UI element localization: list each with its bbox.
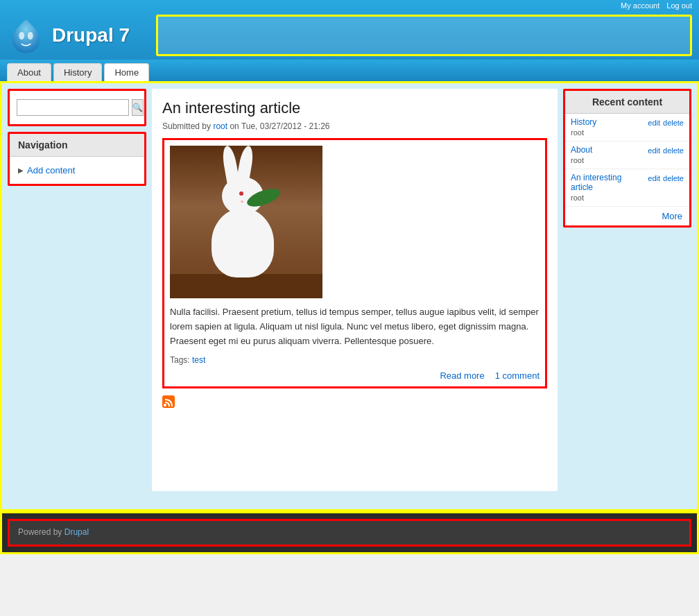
tags-label: Tags: <box>170 355 190 365</box>
article-meta: Submitted by root on Tue, 03/27/2012 - 2… <box>162 121 547 131</box>
article-delete-link[interactable]: delete <box>663 174 684 182</box>
recent-item-info: An interesting article root <box>571 173 645 203</box>
tab-history[interactable]: History <box>53 63 102 81</box>
article-tags: Tags: test <box>170 355 540 365</box>
header-banner <box>156 15 692 56</box>
recent-item-history-user: root <box>571 128 584 137</box>
svg-point-0 <box>19 32 24 40</box>
recent-item: An interesting article root edit delete <box>565 169 689 207</box>
recent-item-info: About root <box>571 145 645 165</box>
comment-count-link[interactable]: 1 comment <box>495 370 540 381</box>
search-form: 🔍 <box>17 99 137 116</box>
rabbit-body <box>212 208 274 277</box>
add-content-link[interactable]: Add content <box>27 165 75 176</box>
right-sidebar: Recent content History root edit delete <box>563 89 691 228</box>
footer-wrapper: Powered by Drupal <box>0 511 699 554</box>
article-footer: Read more 1 comment <box>170 370 540 381</box>
article-image: rabbit photo <box>170 146 322 298</box>
recent-item-article-link[interactable]: An interesting article <box>571 173 645 192</box>
footer-inner: Powered by Drupal <box>8 519 691 547</box>
svg-point-1 <box>28 32 33 40</box>
recent-item-info: History root <box>571 117 645 137</box>
nav-item: ▶ Add content <box>18 162 136 178</box>
site-title: Drupal 7 <box>52 24 130 46</box>
navigation-block-title: Navigation <box>10 134 144 157</box>
search-input[interactable] <box>17 99 129 116</box>
drupal-logo-icon <box>7 17 45 55</box>
content-grid: 🔍 Navigation ▶ Add content An interestin… <box>8 89 691 491</box>
left-sidebar: 🔍 Navigation ▶ Add content <box>8 89 146 186</box>
recent-item: History root edit delete <box>565 114 689 142</box>
search-block: 🔍 <box>8 89 146 126</box>
center-content: An interesting article Submitted by root… <box>152 89 558 491</box>
article-body: Nulla facilisi. Praesent pretium, tellus… <box>170 305 540 348</box>
article-inner: rabbit photo Nulla facilisi. Praesent pr… <box>162 138 547 388</box>
logo-area: Drupal 7 <box>7 17 146 55</box>
log-out-link[interactable]: Log out <box>666 1 692 10</box>
nav-tabs-bar: About History Home <box>0 60 699 81</box>
recent-content-block: Recent content History root edit delete <box>563 89 691 228</box>
tag-link[interactable]: test <box>192 355 205 365</box>
recent-item-about-user: root <box>571 156 584 164</box>
recent-item-about-actions: edit delete <box>648 146 684 155</box>
tab-about[interactable]: About <box>7 63 51 81</box>
navigation-block-content: ▶ Add content <box>10 157 144 184</box>
recent-item-history-actions: edit delete <box>648 119 684 127</box>
navigation-block: Navigation ▶ Add content <box>8 132 146 186</box>
powered-by-label: Powered by <box>18 527 62 537</box>
search-icon: 🔍 <box>132 103 143 112</box>
recent-item: About root edit delete <box>565 142 689 169</box>
article-author-link[interactable]: root <box>213 121 227 131</box>
read-more-link[interactable]: Read more <box>440 370 484 381</box>
submitted-label: Submitted by <box>162 121 211 131</box>
arrow-icon: ▶ <box>18 166 24 174</box>
history-edit-link[interactable]: edit <box>648 119 660 127</box>
article-edit-link[interactable]: edit <box>648 174 660 182</box>
svg-point-3 <box>164 404 166 407</box>
recent-content-title: Recent content <box>565 91 689 114</box>
recent-item-article-actions: edit delete <box>648 174 684 182</box>
ground <box>170 274 322 298</box>
recent-item-about-link[interactable]: About <box>571 145 645 155</box>
about-edit-link[interactable]: edit <box>648 146 660 155</box>
my-account-link[interactable]: My account <box>621 1 659 10</box>
search-button[interactable]: 🔍 <box>132 99 144 116</box>
history-delete-link[interactable]: delete <box>663 119 684 127</box>
recent-item-article-user: root <box>571 194 584 202</box>
main-wrapper: 🔍 Navigation ▶ Add content An interestin… <box>0 81 699 511</box>
more-link[interactable]: More <box>565 207 689 225</box>
footer-text: Powered by Drupal <box>18 527 89 537</box>
about-delete-link[interactable]: delete <box>663 146 684 155</box>
article-title: An interesting article <box>162 99 547 117</box>
tab-home[interactable]: Home <box>104 63 149 81</box>
rabbit-scene <box>170 146 322 298</box>
drupal-link[interactable]: Drupal <box>64 527 89 537</box>
rabbit-eye <box>239 191 243 196</box>
rss-feed-icon[interactable] <box>162 395 547 411</box>
recent-item-history-link[interactable]: History <box>571 117 645 127</box>
rabbit-nose <box>241 200 243 203</box>
article-date: on <box>230 121 241 131</box>
article-date-value: Tue, 03/27/2012 - 21:26 <box>241 121 330 131</box>
